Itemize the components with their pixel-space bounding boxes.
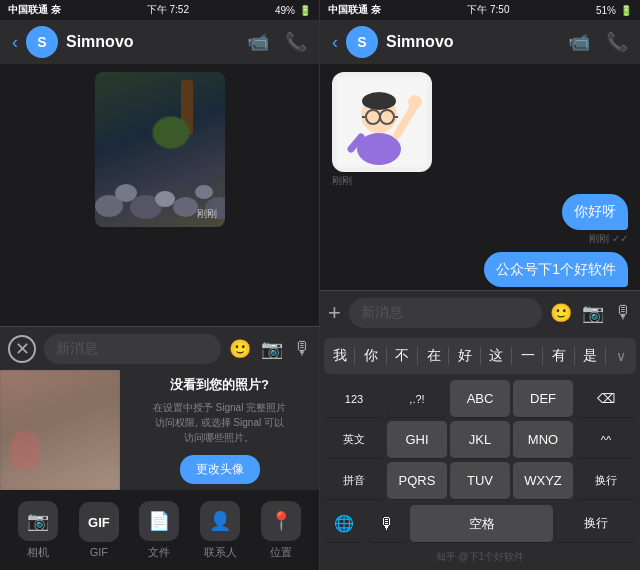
left-nav-bar: ‹ S Simnovo 📹 📞 (0, 20, 319, 64)
contact-btn-label: 联系人 (204, 545, 237, 560)
bubble-1-time: 刚刚 ✓✓ (589, 232, 628, 246)
key-pinyin[interactable]: 拼音 (324, 462, 384, 500)
suggestion-6[interactable]: 一 (512, 341, 543, 371)
left-message-input[interactable]: 新消息 (44, 334, 221, 364)
fish-tree-decoration (165, 80, 210, 150)
key-pqrs[interactable]: PQRS (387, 462, 447, 500)
left-panel: 中国联通 奈 下午 7:52 49% 🔋 ‹ S Simnovo 📹 📞 (0, 0, 320, 570)
suggestion-5[interactable]: 这 (481, 341, 512, 371)
right-back-button[interactable]: ‹ (332, 32, 338, 53)
key-ghi[interactable]: GHI (387, 421, 447, 459)
right-carrier: 中国联通 奈 (328, 3, 381, 17)
file-button[interactable]: 📄 文件 (139, 501, 179, 560)
key-tuv[interactable]: TUV (450, 462, 510, 500)
right-plus-button[interactable]: + (328, 300, 341, 326)
contact-btn-icon: 👤 (200, 501, 240, 541)
key-abc[interactable]: ABC (450, 380, 510, 418)
right-battery: 51% 🔋 (596, 5, 632, 16)
left-phone-icon[interactable]: 📞 (285, 31, 307, 53)
left-input-icons: 🙂 📷 🎙 (229, 338, 311, 360)
right-time: 下午 7:50 (467, 3, 509, 17)
sticker-svg (337, 77, 427, 167)
key-def[interactable]: DEF (513, 380, 573, 418)
sticker-timestamp: 刚刚 (332, 174, 432, 188)
left-carrier: 中国联通 奈 (8, 3, 61, 17)
left-close-button[interactable]: ✕ (8, 335, 36, 363)
left-video-icon[interactable]: 📹 (247, 31, 269, 53)
bubble-2: 公众号下1个好软件 刚刚 ○ (484, 252, 628, 290)
svg-point-3 (362, 92, 396, 110)
right-status-bar: 中国联通 奈 下午 7:50 51% 🔋 (320, 0, 640, 20)
right-chat-area: 刚刚 你好呀 刚刚 ✓✓ 公众号下1个好软件 刚刚 ○ (320, 64, 640, 290)
right-avatar: S (346, 26, 378, 58)
right-placeholder: 新消息 (361, 304, 403, 320)
keyboard-suggestions: 我 你 不 在 好 这 一 有 是 ∨ (324, 338, 636, 374)
return-key[interactable]: 换行 (556, 505, 636, 543)
keyboard-bottom-row: 🌐 🎙 空格 换行 (324, 503, 636, 545)
left-battery-pct: 49% (275, 5, 295, 16)
globe-key[interactable]: 🌐 (324, 505, 364, 543)
right-emoji-icon[interactable]: 🙂 (550, 302, 572, 324)
key-backspace[interactable]: ⌫ (576, 380, 636, 418)
file-btn-label: 文件 (148, 545, 170, 560)
key-caret[interactable]: ^^ (576, 421, 636, 459)
location-btn-icon: 📍 (261, 501, 301, 541)
space-label: 空格 (469, 515, 495, 533)
keyboard-row-3: 拼音 PQRS TUV WXYZ 换行 (324, 462, 636, 500)
left-time: 下午 7:52 (147, 3, 189, 17)
no-photo-desc: 在设置中授予 Signal 完整照片 访问权限, 或选择 Signal 可以 访… (153, 400, 286, 445)
gif-btn-icon: GIF (79, 502, 119, 542)
media-picker-top: 没看到您的照片? 在设置中授予 Signal 完整照片 访问权限, 或选择 Si… (0, 370, 319, 490)
key-english[interactable]: 英文 (324, 421, 384, 459)
fish-image: 刚刚 (95, 72, 225, 227)
sticker-message: 刚刚 (332, 72, 432, 188)
key-switch[interactable]: 换行 (576, 462, 636, 500)
left-back-button[interactable]: ‹ (12, 32, 18, 53)
change-photo-button[interactable]: 更改头像 (180, 455, 260, 484)
space-key[interactable]: 空格 (410, 505, 553, 543)
camera-btn-icon: 📷 (18, 501, 58, 541)
camera-button[interactable]: 📷 相机 (18, 501, 58, 560)
right-nav-icons: 📹 📞 (568, 31, 628, 53)
no-photo-panel: 没看到您的照片? 在设置中授予 Signal 完整照片 访问权限, 或选择 Si… (120, 370, 319, 490)
right-phone-icon[interactable]: 📞 (606, 31, 628, 53)
suggestion-2[interactable]: 不 (387, 341, 418, 371)
bubble-2-text: 公众号下1个好软件 (484, 252, 628, 288)
key-jkl[interactable]: JKL (450, 421, 510, 459)
left-avatar: S (26, 26, 58, 58)
key-123[interactable]: 123 (324, 380, 384, 418)
fish-timestamp: 刚刚 (197, 207, 217, 221)
suggestion-4[interactable]: 好 (449, 341, 480, 371)
right-nav-bar: ‹ S Simnovo 📹 📞 (320, 20, 640, 64)
location-button[interactable]: 📍 位置 (261, 501, 301, 560)
mic-key[interactable]: 🎙 (367, 505, 407, 543)
keyboard: 我 你 不 在 好 这 一 有 是 ∨ 123 ,.?! ABC DEF ⌫ 英… (320, 334, 640, 570)
suggestion-8[interactable]: 是 (575, 341, 606, 371)
left-battery: 49% 🔋 (275, 5, 311, 16)
key-mno[interactable]: MNO (513, 421, 573, 459)
right-message-input[interactable]: 新消息 (349, 298, 542, 328)
suggestions-expand[interactable]: ∨ (606, 348, 636, 364)
suggestion-1[interactable]: 你 (355, 341, 386, 371)
left-nav-icons: 📹 📞 (247, 31, 307, 53)
left-camera-icon[interactable]: 📷 (261, 338, 283, 360)
media-thumbnail[interactable] (0, 370, 120, 490)
left-status-bar: 中国联通 奈 下午 7:52 49% 🔋 (0, 0, 319, 20)
right-nav-title: Simnovo (386, 33, 560, 51)
right-input-bar: + 新消息 🙂 📷 🎙 (320, 290, 640, 334)
contact-button[interactable]: 👤 联系人 (200, 501, 240, 560)
right-mic-icon[interactable]: 🎙 (614, 302, 632, 324)
watermark: 知乎 @下1个好软件 (324, 548, 636, 566)
left-input-bar: ✕ 新消息 🙂 📷 🎙 (0, 326, 319, 370)
gif-button[interactable]: GIF GIF (79, 502, 119, 558)
location-btn-label: 位置 (270, 545, 292, 560)
right-video-icon[interactable]: 📹 (568, 31, 590, 53)
right-camera-icon[interactable]: 📷 (582, 302, 604, 324)
key-punct[interactable]: ,.?! (387, 380, 447, 418)
key-wxyz[interactable]: WXYZ (513, 462, 573, 500)
suggestion-7[interactable]: 有 (543, 341, 574, 371)
left-mic-icon[interactable]: 🎙 (293, 338, 311, 360)
suggestion-0[interactable]: 我 (324, 341, 355, 371)
suggestion-3[interactable]: 在 (418, 341, 449, 371)
left-emoji-icon[interactable]: 🙂 (229, 338, 251, 360)
